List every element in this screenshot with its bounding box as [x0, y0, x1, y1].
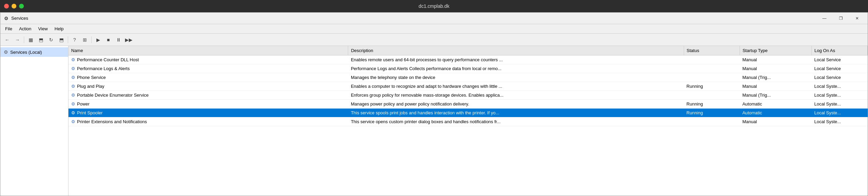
cell-startup-type: Manual (Trig...: [740, 91, 811, 100]
new-window-button[interactable]: ⬒: [36, 35, 46, 44]
maximize-button[interactable]: ❐: [833, 14, 849, 23]
titlebar-text: dc1.cmplab.dk: [419, 3, 449, 9]
cell-startup-type: Manual: [740, 117, 811, 126]
cell-startup-type: Manual: [740, 64, 811, 73]
minimize-button[interactable]: —: [817, 14, 832, 23]
window: ⚙ Services — ❐ ✕ File Action View Help ←…: [0, 12, 868, 196]
col-header-name[interactable]: Name: [68, 46, 348, 55]
console-button[interactable]: ▦: [26, 35, 35, 44]
cell-logon-as: Local Syste...: [811, 109, 867, 117]
menu-file[interactable]: File: [2, 25, 16, 33]
services-local-icon: ⚙: [4, 49, 8, 55]
table-row[interactable]: ⚙Printer Extensions and NotificationsThi…: [68, 117, 868, 126]
sidebar-item-services-local[interactable]: ⚙ Services (Local): [0, 47, 68, 57]
cell-name: ⚙Performance Counter DLL Host: [68, 55, 348, 64]
table-row[interactable]: ⚙Portable Device Enumerator ServiceEnfor…: [68, 91, 868, 100]
col-header-logon-as[interactable]: Log On As: [811, 46, 867, 55]
cell-status: Running: [684, 109, 740, 117]
traffic-lights[interactable]: [4, 4, 24, 9]
toolbar-separator-3: [91, 36, 92, 43]
toolbar-separator-2: [68, 36, 68, 43]
main-content: ⚙ Services (Local) Name Description Stat…: [0, 46, 868, 196]
cell-logon-as: Local Service: [811, 64, 867, 73]
table-row[interactable]: ⚙Plug and PlayEnables a computer to reco…: [68, 82, 868, 91]
title-bar: dc1.cmplab.dk: [0, 0, 868, 12]
services-table: Name Description Status Startup Type Log…: [68, 46, 868, 126]
cell-description: Enables a computer to recognize and adap…: [348, 82, 684, 91]
table-row[interactable]: ⚙Performance Counter DLL HostEnables rem…: [68, 55, 868, 64]
cell-name: ⚙Plug and Play: [68, 82, 348, 91]
cell-startup-type: Manual (Trig...: [740, 73, 811, 82]
help-button[interactable]: ?: [70, 35, 79, 44]
cell-status: [684, 117, 740, 126]
cell-name: ⚙Portable Device Enumerator Service: [68, 91, 348, 100]
cell-status: [684, 64, 740, 73]
cell-startup-type: Automatic: [740, 109, 811, 117]
cell-startup-type: Manual: [740, 82, 811, 91]
columns-button[interactable]: ⊞: [80, 35, 90, 44]
table-row[interactable]: ⚙Print SpoolerThis service spools print …: [68, 109, 868, 117]
cell-logon-as: Local Syste...: [811, 82, 867, 91]
window-controls[interactable]: — ❐ ✕: [817, 14, 865, 23]
col-header-status[interactable]: Status: [684, 46, 740, 55]
pause-button[interactable]: ⏸: [114, 35, 123, 44]
stop-button[interactable]: ■: [104, 35, 113, 44]
sidebar-item-label: Services (Local): [10, 50, 42, 55]
menu-view[interactable]: View: [35, 25, 51, 33]
export-button[interactable]: ⬒: [57, 35, 66, 44]
restart-button[interactable]: ▶▶: [124, 35, 134, 44]
cell-status: [684, 73, 740, 82]
cell-status: Running: [684, 82, 740, 91]
cell-logon-as: Local Syste...: [811, 100, 867, 109]
menu-help[interactable]: Help: [51, 25, 67, 33]
cell-description: This service spools print jobs and handl…: [348, 109, 684, 117]
cell-startup-type: Manual: [740, 55, 811, 64]
cell-logon-as: Local Syste...: [811, 117, 867, 126]
cell-name: ⚙Performance Logs & Alerts: [68, 64, 348, 73]
cell-logon-as: Local Service: [811, 55, 867, 64]
cell-name: ⚙Power: [68, 100, 348, 109]
cell-status: Running: [684, 100, 740, 109]
refresh-button[interactable]: ↻: [46, 35, 56, 44]
maximize-traffic-light[interactable]: [19, 4, 24, 9]
cell-description: This service opens custom printer dialog…: [348, 117, 684, 126]
col-header-description[interactable]: Description: [348, 46, 684, 55]
cell-description: Manages power policy and power policy no…: [348, 100, 684, 109]
close-traffic-light[interactable]: [4, 4, 9, 9]
table-area[interactable]: Name Description Status Startup Type Log…: [68, 46, 868, 196]
table-row[interactable]: ⚙Phone ServiceManages the telephony stat…: [68, 73, 868, 82]
toolbar: ← → ▦ ⬒ ↻ ⬒ ? ⊞ ▶ ■ ⏸ ▶▶: [0, 34, 868, 46]
cell-name: ⚙Printer Extensions and Notifications: [68, 117, 348, 126]
cell-logon-as: Local Syste...: [811, 91, 867, 100]
cell-description: Enforces group policy for removable mass…: [348, 91, 684, 100]
cell-description: Enables remote users and 64-bit processe…: [348, 55, 684, 64]
table-header-row: Name Description Status Startup Type Log…: [68, 46, 868, 55]
play-button[interactable]: ▶: [93, 35, 103, 44]
toolbar-separator-1: [24, 36, 24, 43]
cell-name: ⚙Print Spooler: [68, 109, 348, 117]
col-header-startup-type[interactable]: Startup Type: [740, 46, 811, 55]
menu-bar: File Action View Help: [0, 24, 868, 34]
window-titlebar: ⚙ Services — ❐ ✕: [0, 13, 868, 24]
close-button[interactable]: ✕: [849, 14, 865, 23]
sidebar: ⚙ Services (Local): [0, 46, 68, 196]
cell-status: [684, 91, 740, 100]
table-row[interactable]: ⚙Performance Logs & AlertsPerformance Lo…: [68, 64, 868, 73]
window-icon: ⚙: [3, 15, 9, 21]
menu-action[interactable]: Action: [16, 25, 35, 33]
cell-startup-type: Automatic: [740, 100, 811, 109]
forward-button[interactable]: →: [13, 35, 22, 44]
back-button[interactable]: ←: [2, 35, 12, 44]
cell-logon-as: Local Service: [811, 73, 867, 82]
table-row[interactable]: ⚙PowerManages power policy and power pol…: [68, 100, 868, 109]
cell-description: Performance Logs and Alerts Collects per…: [348, 64, 684, 73]
minimize-traffic-light[interactable]: [12, 4, 16, 9]
cell-name: ⚙Phone Service: [68, 73, 348, 82]
window-title: Services: [11, 16, 28, 21]
cell-status: [684, 55, 740, 64]
cell-description: Manages the telephony state on the devic…: [348, 73, 684, 82]
